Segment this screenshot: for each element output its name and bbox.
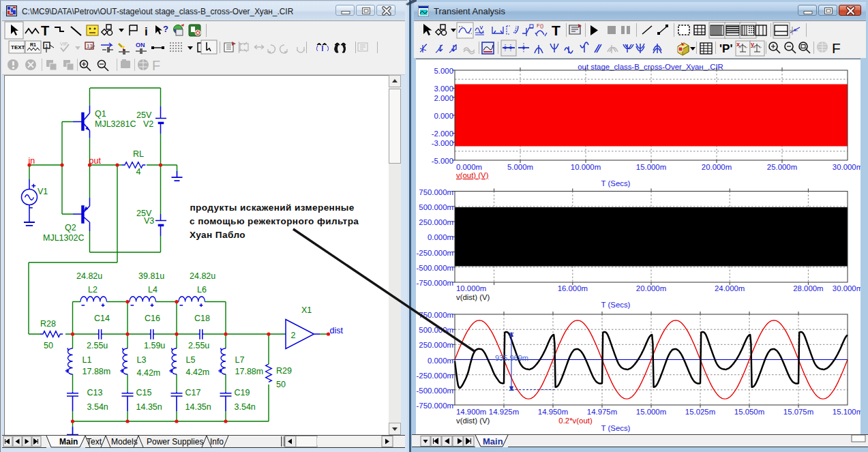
- svg-text:v(out) (V): v(out) (V): [456, 171, 489, 179]
- svg-text:V2: V2: [143, 119, 153, 129]
- svg-text:C14: C14: [94, 314, 110, 323]
- svg-text:2.55u: 2.55u: [188, 341, 209, 350]
- svg-text:L6: L6: [197, 285, 207, 295]
- svg-text:39.81u: 39.81u: [138, 271, 164, 281]
- svg-text:-750.000m: -750.000m: [417, 402, 453, 410]
- svg-text:out: out: [89, 156, 102, 166]
- svg-text:i: i: [145, 25, 148, 38]
- svg-text:F: F: [152, 58, 160, 73]
- svg-text:4: 4: [136, 167, 141, 177]
- svg-text:14.35n: 14.35n: [136, 402, 162, 412]
- svg-text:750.000m: 750.000m: [419, 188, 453, 196]
- svg-text:5.000: 5.000: [434, 67, 453, 75]
- svg-text:T: T: [552, 22, 560, 38]
- svg-text:TEXT: TEXT: [11, 44, 25, 50]
- svg-text:Models: Models: [111, 437, 138, 447]
- svg-text:R29: R29: [276, 366, 292, 376]
- svg-text:0.000m: 0.000m: [456, 163, 482, 171]
- svg-text:15.050m: 15.050m: [734, 408, 764, 416]
- svg-text:13: 13: [87, 43, 93, 49]
- svg-text:T (Secs): T (Secs): [601, 179, 631, 187]
- svg-text:14.900m: 14.900m: [456, 408, 486, 416]
- svg-text:24.82u: 24.82u: [76, 271, 102, 281]
- svg-text:L4: L4: [148, 285, 158, 295]
- svg-text:25.000m: 25.000m: [767, 163, 797, 171]
- svg-text:5.000m: 5.000m: [507, 163, 533, 171]
- svg-text:1: 1: [45, 43, 48, 49]
- svg-text:4.42m: 4.42m: [137, 368, 161, 378]
- svg-text:Q1: Q1: [95, 109, 106, 119]
- svg-text:3.54n: 3.54n: [87, 402, 108, 412]
- svg-text:out stage_class-B_cross-Over_Х: out stage_class-B_cross-Over_Хуан_.CIR: [578, 63, 723, 71]
- svg-text:4.42m: 4.42m: [186, 367, 210, 377]
- svg-text:15.075m: 15.075m: [783, 408, 813, 416]
- svg-text:F(): F(): [537, 22, 544, 29]
- svg-text:-5.000: -5.000: [432, 157, 453, 165]
- svg-text:15.000m: 15.000m: [636, 163, 666, 171]
- svg-text:15.000m: 15.000m: [636, 408, 666, 416]
- svg-text:17.88m: 17.88m: [83, 367, 111, 376]
- svg-text:16.000m: 16.000m: [558, 284, 588, 292]
- svg-text:14.925m: 14.925m: [489, 408, 519, 416]
- svg-text:0.000: 0.000: [434, 112, 453, 120]
- svg-text:20.000m: 20.000m: [636, 284, 666, 292]
- svg-text:L7: L7: [235, 355, 245, 365]
- svg-text:C16: C16: [145, 314, 160, 323]
- svg-text:V1: V1: [38, 187, 48, 196]
- svg-text:ON: ON: [136, 42, 145, 48]
- svg-text:v(dist) (V): v(dist) (V): [456, 417, 490, 425]
- svg-text:?: ?: [163, 24, 168, 34]
- svg-text:C19: C19: [235, 388, 250, 397]
- svg-text:3.54n: 3.54n: [235, 402, 256, 412]
- svg-text:MJL1302C: MJL1302C: [43, 233, 84, 243]
- svg-text:24.000m: 24.000m: [715, 284, 745, 292]
- svg-text:T (Secs): T (Secs): [601, 424, 631, 432]
- svg-text:2.55u: 2.55u: [87, 341, 108, 350]
- svg-text:-250.000m: -250.000m: [417, 372, 453, 380]
- svg-text:Хуан Пабло: Хуан Пабло: [190, 230, 245, 240]
- svg-text:C13: C13: [87, 388, 103, 397]
- svg-text:Text: Text: [87, 437, 102, 447]
- svg-text:L5: L5: [186, 355, 196, 365]
- svg-text:V3: V3: [144, 216, 154, 226]
- svg-text:24.82u: 24.82u: [190, 271, 215, 281]
- svg-text:L3: L3: [137, 355, 147, 365]
- svg-text:C15: C15: [136, 388, 152, 397]
- svg-text:28.000m: 28.000m: [793, 284, 823, 292]
- svg-text:Info: Info: [210, 437, 224, 447]
- svg-text:RL: RL: [133, 149, 144, 159]
- svg-text:L1: L1: [83, 355, 92, 365]
- svg-text:Main: Main: [59, 437, 78, 447]
- svg-text:T (Secs): T (Secs): [601, 301, 631, 309]
- svg-text:50: 50: [276, 380, 286, 389]
- svg-text:1.59u: 1.59u: [144, 341, 165, 350]
- svg-text:VIP: VIP: [60, 42, 68, 46]
- svg-text:C18: C18: [194, 314, 210, 323]
- svg-text:0.2*v(out): 0.2*v(out): [558, 417, 593, 425]
- svg-text:R1: R1: [30, 42, 36, 47]
- svg-text:15.100m: 15.100m: [833, 408, 860, 416]
- svg-text:3.000: 3.000: [434, 85, 453, 93]
- svg-text:-500.000m: -500.000m: [417, 387, 453, 395]
- svg-text:20.000m: 20.000m: [702, 163, 732, 171]
- svg-text:10.000m: 10.000m: [571, 163, 601, 171]
- svg-text:14.950m: 14.950m: [538, 408, 568, 416]
- svg-text:935.969m: 935.969m: [495, 354, 528, 362]
- svg-text:L2: L2: [88, 285, 98, 295]
- svg-text:in: in: [29, 156, 35, 166]
- svg-text:14.975m: 14.975m: [587, 408, 617, 416]
- svg-text:продукты искажений измеренные: продукты искажений измеренные: [190, 202, 355, 213]
- svg-text:'P': 'P': [719, 42, 732, 55]
- svg-text:T: T: [41, 23, 49, 38]
- svg-text:Q2: Q2: [65, 223, 76, 232]
- svg-text:C17: C17: [185, 388, 201, 397]
- svg-text:17.88m: 17.88m: [235, 367, 264, 376]
- svg-text:15.025m: 15.025m: [685, 408, 715, 416]
- svg-text:500.000m: 500.000m: [419, 203, 453, 211]
- svg-text:Main: Main: [483, 436, 503, 447]
- svg-text:F: F: [832, 40, 841, 56]
- svg-text:30.000m: 30.000m: [833, 163, 860, 171]
- svg-text:14.35n: 14.35n: [185, 402, 211, 412]
- svg-text:-3.000: -3.000: [432, 139, 453, 147]
- svg-text:50: 50: [44, 341, 53, 350]
